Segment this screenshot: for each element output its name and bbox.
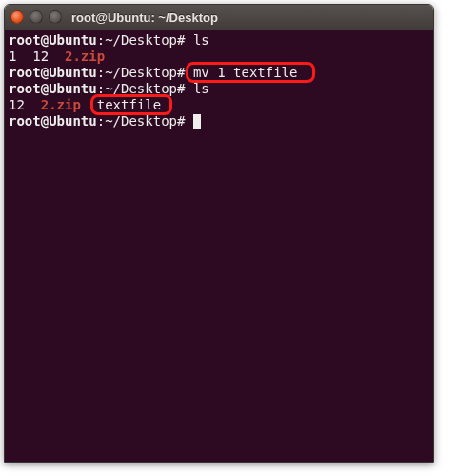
- ls-item-archive: 2.zip: [41, 97, 81, 112]
- terminal-line: 1 12 2.zip: [9, 49, 429, 65]
- command-text: ls: [193, 81, 209, 96]
- shell-prompt: root@Ubuntu:~/Desktop#: [9, 113, 185, 129]
- ls-item: 12: [9, 97, 25, 112]
- ls-item: textfile: [97, 97, 161, 112]
- terminal-line: 12 2.zip textfile: [9, 97, 429, 113]
- ls-item-archive: 2.zip: [65, 49, 105, 64]
- prompt-user-host: root@Ubuntu: [9, 65, 97, 80]
- prompt-path: ~/Desktop: [105, 81, 177, 96]
- shell-prompt: root@Ubuntu:~/Desktop#: [9, 65, 185, 80]
- prompt-end: #: [177, 81, 185, 96]
- terminal-line: root@Ubuntu:~/Desktop#: [9, 113, 429, 129]
- window-title: root@Ubuntu: ~/Desktop: [71, 10, 218, 25]
- prompt-end: #: [177, 65, 185, 80]
- prompt-end: #: [177, 32, 185, 48]
- terminal-body[interactable]: root@Ubuntu:~/Desktop# ls 1 12 2.zip roo…: [5, 30, 433, 462]
- shell-prompt: root@Ubuntu:~/Desktop#: [9, 81, 185, 96]
- command-text: ls: [193, 32, 209, 48]
- prompt-end: #: [177, 113, 185, 129]
- prompt-user-host: root@Ubuntu: [9, 113, 97, 129]
- prompt-path: ~/Desktop: [105, 113, 177, 129]
- window-titlebar: root@Ubuntu: ~/Desktop: [5, 5, 433, 30]
- close-icon[interactable]: [10, 10, 24, 24]
- ls-item: 1: [9, 49, 16, 64]
- prompt-sep: :: [97, 65, 105, 80]
- prompt-user-host: root@Ubuntu: [9, 81, 97, 96]
- command-text: mv 1 textfile: [193, 65, 298, 80]
- cursor-icon: [193, 114, 201, 129]
- terminal-line: root@Ubuntu:~/Desktop# ls: [9, 32, 429, 49]
- prompt-path: ~/Desktop: [105, 65, 177, 80]
- terminal-line: root@Ubuntu:~/Desktop# ls: [9, 81, 429, 97]
- terminal-line: root@Ubuntu:~/Desktop# mv 1 textfile: [9, 65, 429, 81]
- prompt-sep: :: [97, 113, 105, 129]
- minimize-icon[interactable]: [30, 10, 43, 24]
- prompt-sep: :: [97, 32, 105, 48]
- maximize-icon[interactable]: [49, 10, 62, 24]
- prompt-path: ~/Desktop: [105, 32, 177, 48]
- prompt-user-host: root@Ubuntu: [9, 32, 97, 48]
- ls-item: 12: [32, 49, 49, 64]
- terminal-window: root@Ubuntu: ~/Desktop root@Ubuntu:~/Des…: [4, 4, 434, 463]
- shell-prompt: root@Ubuntu:~/Desktop#: [9, 32, 185, 48]
- prompt-sep: :: [97, 81, 105, 96]
